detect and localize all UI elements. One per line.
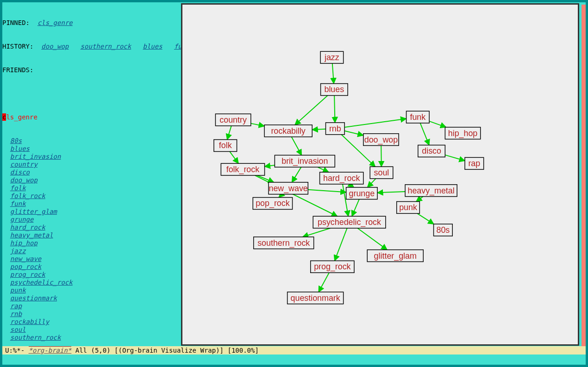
graph-edge [257, 175, 274, 182]
graph-node-psychedelic_rock[interactable]: psychedelic_rock [313, 216, 386, 228]
minibuffer[interactable] [2, 355, 586, 365]
graph-edge [295, 95, 328, 124]
graph-node-funk[interactable]: funk [407, 111, 430, 123]
graph-node-pop_rock[interactable]: pop_rock [253, 198, 292, 210]
history-item[interactable]: doo_wop [41, 43, 69, 50]
history-item[interactable]: blues [143, 43, 162, 50]
svg-text:questionmark: questionmark [291, 293, 340, 303]
child-link[interactable]: rnb [10, 310, 22, 317]
graph-node-southern_rock[interactable]: southern_rock [254, 237, 314, 249]
child-link[interactable]: southern_rock [10, 334, 61, 341]
graph-svg: jazzbluescountryfunkrockabillyrnbhip_hop… [182, 5, 578, 344]
child-link[interactable]: jazz [10, 247, 26, 255]
svg-text:rockabilly: rockabilly [271, 126, 305, 136]
graph-node-heavy_metal[interactable]: heavy_metal [405, 185, 457, 197]
modeline-buffer[interactable]: *org-brain* [29, 346, 72, 354]
graph-node-80s[interactable]: 80s [434, 224, 453, 236]
child-link[interactable]: 80s [10, 137, 22, 144]
child-link[interactable]: country [10, 161, 38, 168]
graph-node-hip_hop[interactable]: hip_hop [445, 127, 480, 139]
child-link[interactable]: rockabilly [10, 318, 49, 325]
svg-text:blues: blues [324, 85, 344, 94]
scroll-indicator [582, 5, 586, 347]
graph-edge [279, 194, 282, 198]
child-link[interactable]: hard_rock [10, 224, 45, 231]
child-link[interactable]: psychedelic_rock [10, 279, 73, 286]
graph-edge [303, 228, 331, 237]
svg-text:southern_rock: southern_rock [257, 238, 310, 248]
graph-node-questionmark[interactable]: questionmark [288, 292, 344, 304]
graph-edge [335, 228, 347, 261]
graph-node-folk[interactable]: folk [214, 140, 237, 152]
child-link[interactable]: blues [10, 145, 30, 152]
svg-text:psychedelic_rock: psychedelic_rock [318, 218, 381, 227]
child-link[interactable]: heavy_metal [10, 231, 53, 239]
graph-node-jazz[interactable]: jazz [320, 51, 344, 63]
graph-node-rockabilly[interactable]: rockabilly [264, 125, 312, 137]
graph-edge [420, 123, 429, 145]
graph-node-hard_rock[interactable]: hard_rock [320, 172, 363, 184]
child-link[interactable]: funk [10, 200, 26, 207]
svg-text:funk: funk [410, 112, 425, 122]
graph-edge [416, 197, 423, 202]
graph-node-glitter_glam[interactable]: glitter_glam [367, 250, 423, 262]
graph-node-new_wave[interactable]: new_wave [269, 182, 308, 194]
friends-label: FRIENDS: [2, 66, 33, 74]
graph-node-rnb[interactable]: rnb [325, 123, 344, 135]
svg-text:disco: disco [422, 146, 441, 156]
child-link[interactable]: folk_rock [10, 192, 45, 199]
svg-text:folk_rock: folk_rock [226, 165, 259, 174]
graph-edge [308, 190, 346, 193]
child-link[interactable]: glitter_glam [10, 208, 57, 215]
pinned-item[interactable]: cls_genre [38, 19, 73, 26]
svg-text:prog_rock: prog_rock [314, 262, 350, 272]
svg-text:brit_invasion: brit_invasion [281, 156, 328, 166]
child-link[interactable]: prog_rock [10, 271, 45, 278]
child-link[interactable]: doo_wop [10, 176, 38, 184]
svg-text:hip_hop: hip_hop [448, 129, 478, 138]
child-link[interactable]: rap [10, 302, 22, 310]
graph-edge [381, 146, 382, 167]
graph-node-country[interactable]: country [215, 114, 250, 126]
history-row: HISTORY: doo_wop southern_rock blues fun… [2, 43, 178, 50]
child-link[interactable]: disco [10, 168, 30, 176]
current-node-rest: ls_genre [6, 113, 37, 121]
children-list: 80sbluesbrit_invasioncountrydiscodoo_wop… [2, 137, 178, 342]
graph-panel: jazzbluescountryfunkrockabillyrnbhip_hop… [181, 3, 579, 346]
org-brain-text-panel: PINNED: cls_genre HISTORY: doo_wop south… [2, 2, 178, 346]
graph-node-prog_rock[interactable]: prog_rock [311, 261, 354, 273]
graph-node-folk_rock[interactable]: folk_rock [221, 163, 264, 175]
child-link[interactable]: pop_rock [10, 263, 41, 270]
blank-line [2, 90, 178, 98]
child-link[interactable]: folk [10, 184, 26, 192]
graph-edge [265, 165, 275, 167]
graph-node-blues[interactable]: blues [321, 84, 348, 96]
graph-node-punk[interactable]: punk [397, 202, 420, 214]
graph-edge [318, 167, 329, 172]
child-link[interactable]: brit_invasion [10, 153, 61, 160]
svg-text:country: country [219, 115, 247, 124]
modeline: U:%*- *org-brain* All (5,0) [(Org-brain … [2, 346, 586, 355]
graph-node-brit_invasion[interactable]: brit_invasion [275, 155, 335, 167]
child-link[interactable]: soul [10, 326, 26, 333]
pinned-label: PINNED: [2, 19, 30, 26]
graph-edge [344, 118, 406, 127]
graph-node-soul[interactable]: soul [370, 167, 393, 179]
graph-node-doo_wop[interactable]: doo_wop [363, 134, 399, 146]
child-link[interactable]: punk [10, 286, 26, 294]
child-link[interactable]: new_wave [10, 255, 41, 262]
history-item[interactable]: southern_rock [81, 43, 131, 50]
svg-text:folk: folk [219, 141, 232, 150]
graph-edge [227, 126, 231, 140]
graph-node-disco[interactable]: disco [418, 145, 445, 157]
child-link[interactable]: questionmark [10, 294, 57, 302]
graph-node-grunge[interactable]: grunge [346, 187, 377, 199]
graph-edge [418, 213, 434, 224]
child-link[interactable]: hip_hop [10, 239, 38, 247]
child-link[interactable]: grunge [10, 216, 34, 223]
modeline-right: All (5,0) [(Org-brain Visualize Wrap)] [… [75, 347, 259, 354]
graph-node-rap[interactable]: rap [465, 157, 484, 169]
graph-edge [292, 137, 302, 156]
graph-edge [251, 124, 264, 126]
svg-text:80s: 80s [436, 225, 450, 235]
